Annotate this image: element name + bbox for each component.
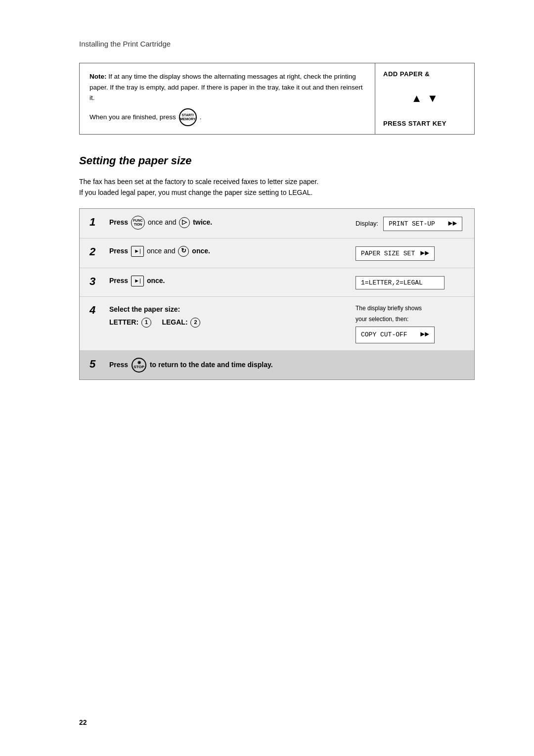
step-2-inner: Press ►| once and ↻ once. PAPER SIZE SET… [109,245,464,261]
step-2-display: PAPER SIZE SET ►► [356,245,464,261]
step-1-display-label: Display: [356,220,378,227]
note-box: Note: If at any time the display shows t… [79,63,475,135]
period: . [200,112,202,123]
step-3-number: 3 [89,275,104,287]
right-arrow-icon: ▷ [179,217,190,228]
note-arrows: ▲ ▼ [411,92,439,105]
start-memory-icon: START/MEMORY [179,108,197,126]
section-heading: Setting the paper size [79,154,475,167]
step-4-inner: Select the paper size: LETTER: 1 LEGAL: … [109,304,464,344]
page: Installing the Print Cartridge Note: If … [0,0,534,756]
note-right-top: ADD PAPER & [383,70,430,78]
note-text: If at any time the display shows the alt… [89,73,363,101]
page-number: 22 [79,718,87,726]
step-5-row: 5 Press ◉STOP to return to the date and … [80,351,474,379]
step-4-display-group: The display briefly shows your selection… [356,304,435,344]
step-4-legal-label: LEGAL: [162,318,187,326]
step-1-number: 1 [89,216,104,228]
step-4-spacer [154,318,160,326]
step-3-display: 1=LETTER,2=LEGAL [356,275,464,289]
down-arrow-icon: ▼ [427,92,438,105]
section-title: Installing the Print Cartridge [79,40,475,48]
step-3-row: 3 Press ►| once. 1=LETTER,2=LEGAL [80,268,474,297]
step-2-row: 2 Press ►| once and ↻ once. PAPER SIZE S… [80,238,474,268]
step-2-display-text: PAPER SIZE SET [361,250,415,257]
desc-line2: If you loaded legal paper, you must chan… [79,187,475,198]
note-left: Note: If at any time the display shows t… [80,63,375,134]
step-1-content: Press FUNCTION once and ▷ twice. [109,216,356,230]
step-5-content: Press ◉STOP to return to the date and ti… [109,358,464,373]
step-4-display-box: COPY CUT-OFF ►► [356,327,435,344]
note-right-bottom: PRESS START KEY [383,120,446,127]
section-desc: The fax has been set at the factory to s… [79,176,475,198]
stop-icon: ◉STOP [132,358,146,373]
step-2-content: Press ►| once and ↻ once. [109,245,356,257]
key-1-icon: 1 [141,318,151,328]
up-arrow-icon: ▲ [411,92,422,105]
step-4-display-small-2: your selection, then: [356,315,435,324]
step-1-display: Display: PRINT SET-UP ►► [356,216,464,231]
step-5-number: 5 [89,358,104,370]
step-3-display-text: 1=LETTER,2=LEGAL [361,279,423,286]
steps-box: 1 Press FUNCTION once and ▷ twice. Displ… [79,208,475,380]
step-4-sub: LETTER: 1 LEGAL: 2 [109,317,356,328]
step-4-content: Select the paper size: LETTER: 1 LEGAL: … [109,304,356,328]
step-1-arrow: ►► [448,220,457,228]
note-label: Note: [89,73,107,80]
when-finished-text: When you are finished, press [89,112,176,123]
step-4-row: 4 Select the paper size: LETTER: 1 LEGAL… [80,297,474,351]
step-4-display-text: COPY CUT-OFF [361,330,407,340]
step-3-display-box: 1=LETTER,2=LEGAL [356,276,445,289]
step-4-instruction: Select the paper size: [109,304,356,315]
step-3-inner: Press ►| once. 1=LETTER,2=LEGAL [109,275,464,289]
step-4-display-small-1: The display briefly shows [356,304,435,313]
note-right: ADD PAPER & ▲ ▼ PRESS START KEY [375,63,474,134]
step-4-number: 4 [89,304,104,316]
step-2-once-and: once and [147,247,178,255]
step-1-once-and: once and [148,218,178,226]
step-2-number: 2 [89,245,104,257]
desc-line1: The fax has been set at the factory to s… [79,176,475,187]
step-1-display-top: Display: PRINT SET-UP ►► [356,216,462,231]
step-2-once: once. [192,247,210,255]
step-3-press: Press [109,277,130,284]
step-3-once: once. [147,277,165,284]
step-1-display-text: PRINT SET-UP [389,220,435,228]
step-4-arrow: ►► [420,330,429,341]
step-5-press: Press [109,361,128,369]
step-4-display: The display briefly shows your selection… [356,304,464,344]
replay-icon: ↻ [178,246,189,257]
step-4-bold: Select the paper size: [109,305,180,313]
when-finished: When you are finished, press START/MEMOR… [89,108,365,126]
step-2-display-box: PAPER SIZE SET ►► [356,246,435,261]
step-1-row: 1 Press FUNCTION once and ▷ twice. Displ… [80,209,474,238]
step-3-content: Press ►| once. [109,275,356,286]
step-1-display-box: PRINT SET-UP ►► [383,217,462,231]
step-4-letter-label: LETTER: [109,318,138,326]
step-1-inner: Press FUNCTION once and ▷ twice. Display… [109,216,464,231]
key-2-icon: 2 [190,318,200,328]
step-5-return: to return to the date and time display. [150,361,273,369]
nav-right-icon-3: ►| [131,276,144,286]
step-2-press: Press [109,247,130,255]
step-1-twice: twice. [193,218,212,226]
nav-right-icon: ►| [131,246,144,257]
function-icon: FUNCTION [131,216,145,230]
step-1-press: Press [109,218,130,226]
step-2-arrow: ►► [420,249,429,258]
